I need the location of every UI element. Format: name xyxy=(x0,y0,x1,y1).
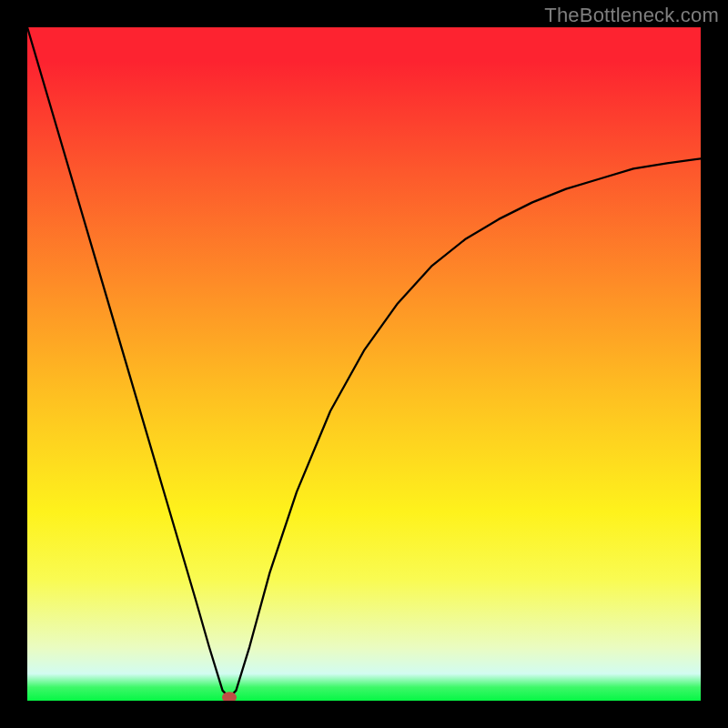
curve-layer xyxy=(27,27,701,701)
chart-frame: TheBottleneck.com xyxy=(0,0,728,728)
plot-area xyxy=(27,27,701,701)
bottleneck-curve xyxy=(27,27,701,697)
watermark-text: TheBottleneck.com xyxy=(544,4,719,27)
